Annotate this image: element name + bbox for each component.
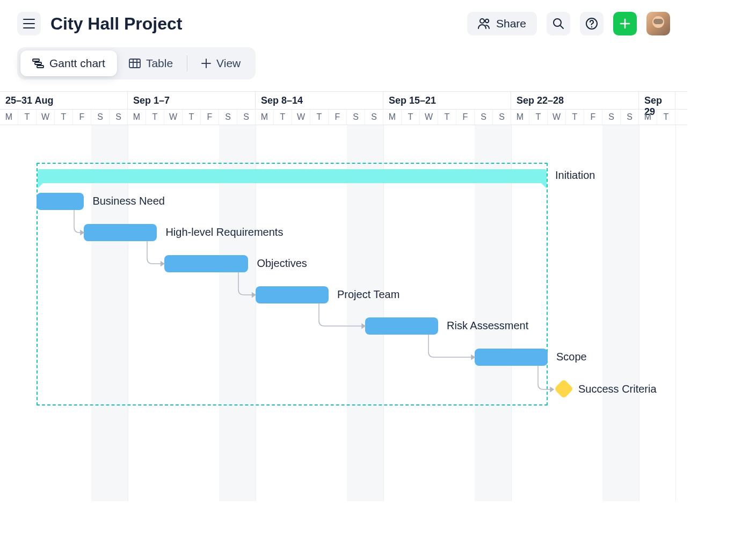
divider <box>187 55 187 71</box>
task-bar[interactable] <box>84 224 157 241</box>
phase-bar[interactable] <box>38 169 547 183</box>
share-button[interactable]: Share <box>467 12 537 35</box>
day-header: M <box>639 110 657 125</box>
tab-gantt[interactable]: Gantt chart <box>20 50 117 76</box>
grid-line <box>639 125 639 501</box>
plus-icon <box>620 18 630 29</box>
day-header: M <box>128 110 146 125</box>
week-header: Sep 8–14 <box>256 92 383 109</box>
add-view-label: View <box>216 57 241 70</box>
weekend-band <box>621 125 639 501</box>
gantt-icon <box>32 59 44 68</box>
task-label: Objectives <box>257 257 307 270</box>
day-header: M <box>256 110 274 125</box>
help-icon <box>585 17 598 30</box>
svg-rect-8 <box>129 59 140 68</box>
tab-table[interactable]: Table <box>117 50 185 76</box>
day-header: S <box>365 110 383 125</box>
day-header: T <box>438 110 456 125</box>
day-header: T <box>183 110 201 125</box>
add-button[interactable] <box>613 12 637 35</box>
day-header: W <box>420 110 438 125</box>
day-header: S <box>475 110 493 125</box>
day-header: M <box>0 110 18 125</box>
day-header: T <box>55 110 73 125</box>
phase-label: Initiation <box>555 169 595 182</box>
search-button[interactable] <box>547 12 570 35</box>
task-label: Business Need <box>92 195 165 207</box>
task-label: Scope <box>556 351 587 363</box>
svg-rect-7 <box>37 66 43 68</box>
day-header: F <box>584 110 602 125</box>
day-header: T <box>310 110 329 125</box>
milestone-label: Success Criteria <box>578 383 657 395</box>
day-header: S <box>347 110 365 125</box>
week-header: Sep 29 <box>639 92 675 109</box>
day-header: F <box>456 110 475 125</box>
day-header: S <box>602 110 621 125</box>
svg-rect-5 <box>33 59 39 61</box>
page-title: City Hall Project <box>50 14 182 34</box>
day-header: F <box>73 110 91 125</box>
add-view-button[interactable]: View <box>190 50 252 76</box>
day-header: F <box>201 110 219 125</box>
day-header: S <box>621 110 639 125</box>
day-header: T <box>657 110 675 125</box>
day-header: T <box>18 110 37 125</box>
day-header: S <box>219 110 237 125</box>
milestone[interactable] <box>554 379 574 399</box>
tab-gantt-label: Gantt chart <box>49 57 105 70</box>
svg-rect-6 <box>35 62 41 64</box>
menu-icon <box>23 19 35 28</box>
search-icon <box>553 18 564 30</box>
gantt-canvas[interactable]: InitiationBusiness NeedHigh-level Requir… <box>0 125 687 501</box>
task-label: Risk Assessment <box>447 320 528 332</box>
task-label: High-level Requirements <box>165 226 283 238</box>
day-header: S <box>110 110 128 125</box>
table-icon <box>129 59 141 68</box>
day-header: W <box>548 110 566 125</box>
day-header: T <box>529 110 548 125</box>
day-header: W <box>292 110 310 125</box>
task-bar[interactable] <box>475 349 548 366</box>
day-header: T <box>402 110 420 125</box>
help-button[interactable] <box>580 12 604 35</box>
day-header: M <box>511 110 529 125</box>
people-icon <box>478 18 491 29</box>
svg-point-1 <box>485 19 489 23</box>
task-bar[interactable] <box>256 286 329 303</box>
day-header: W <box>164 110 183 125</box>
day-header: S <box>237 110 256 125</box>
week-header: Sep 22–28 <box>511 92 639 109</box>
task-label: Project Team <box>337 288 399 301</box>
task-bar[interactable] <box>164 255 248 272</box>
day-header: T <box>146 110 164 125</box>
menu-button[interactable] <box>17 12 41 35</box>
weekend-band <box>602 125 621 501</box>
week-header: Sep 15–21 <box>383 92 511 109</box>
day-header: S <box>91 110 110 125</box>
day-header: T <box>566 110 584 125</box>
day-header: W <box>37 110 55 125</box>
day-header: T <box>274 110 292 125</box>
plus-icon <box>201 59 211 68</box>
week-header: 25–31 Aug <box>0 92 128 109</box>
svg-point-0 <box>480 19 484 23</box>
week-header: Sep 1–7 <box>128 92 256 109</box>
tab-table-label: Table <box>146 57 173 70</box>
avatar[interactable] <box>646 12 670 35</box>
svg-point-2 <box>554 19 561 26</box>
share-label: Share <box>496 17 526 30</box>
grid-line <box>675 125 676 501</box>
task-bar[interactable] <box>37 193 84 210</box>
svg-point-4 <box>591 26 592 27</box>
day-header: F <box>329 110 347 125</box>
day-header: M <box>383 110 402 125</box>
task-bar[interactable] <box>365 317 438 335</box>
day-header: S <box>493 110 511 125</box>
